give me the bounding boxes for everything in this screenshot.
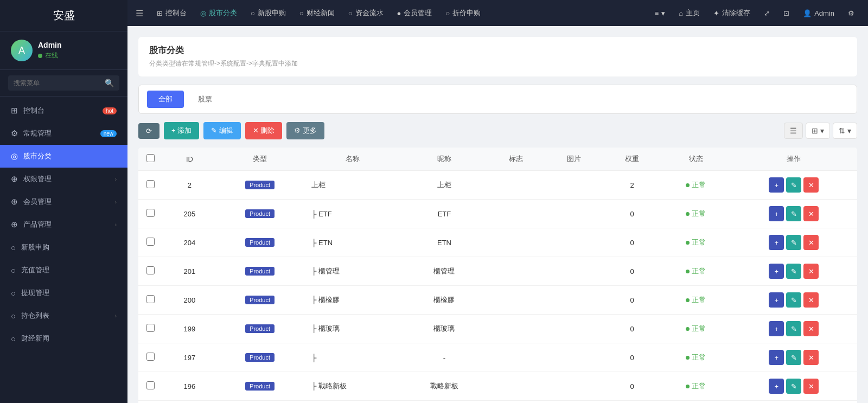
row-edit-button[interactable]: ✎: [786, 235, 801, 250]
sidebar-item-products[interactable]: ⊕ 产品管理 ›: [0, 213, 127, 236]
sidebar-item-withdraw[interactable]: ○ 提现管理: [0, 282, 127, 304]
sidebar-item-dashboard[interactable]: ⊞ 控制台 hot: [0, 99, 127, 122]
select-all-checkbox[interactable]: [146, 154, 155, 162]
search-input[interactable]: [14, 79, 105, 87]
nav-fullscreen-btn[interactable]: ⊡: [778, 6, 795, 21]
nav-admin-btn[interactable]: 👤 Admin: [797, 6, 840, 21]
user-info: Admin 在线: [38, 41, 62, 60]
finance-news-icon: ○: [11, 334, 16, 343]
row-weight: 0: [603, 200, 661, 228]
row-image: [545, 257, 603, 286]
search-box[interactable]: 🔍: [8, 75, 119, 91]
row-status: 正常: [661, 200, 731, 228]
row-checkbox[interactable]: [146, 266, 155, 274]
row-edit-button[interactable]: ✎: [786, 264, 801, 279]
th-id: ID: [163, 148, 216, 171]
sidebar-logo: 安盛: [0, 0, 127, 31]
row-delete-button[interactable]: ✕: [803, 206, 819, 221]
nav-settings-btn[interactable]: ⚙: [843, 6, 860, 21]
grid-view-button[interactable]: ⊞ ▾: [806, 123, 830, 139]
row-add-button[interactable]: +: [769, 206, 784, 221]
row-delete-button[interactable]: ✕: [803, 292, 819, 308]
row-checkbox[interactable]: [146, 238, 155, 246]
refresh-button[interactable]: ⟳: [138, 123, 159, 139]
row-edit-button[interactable]: ✎: [786, 350, 801, 365]
dropdown-icon: ≡: [655, 9, 659, 17]
row-type: Product: [216, 401, 303, 404]
sidebar-item-positions[interactable]: ○ 持仓列表 ›: [0, 304, 127, 327]
sidebar-item-stock-category[interactable]: ◎ 股市分类: [0, 145, 127, 168]
status-label: 正常: [692, 381, 706, 391]
row-delete-button[interactable]: ✕: [803, 235, 819, 250]
delete-button[interactable]: ✕ 删除: [245, 122, 283, 139]
status-label: 正常: [692, 266, 706, 276]
product-badge: Product: [245, 296, 275, 304]
row-flag: [487, 171, 545, 200]
row-flag: [487, 200, 545, 228]
row-delete-button[interactable]: ✕: [803, 350, 819, 365]
row-add-button[interactable]: +: [769, 379, 784, 394]
row-checkbox[interactable]: [146, 324, 155, 332]
status-dot-icon: [686, 212, 690, 216]
row-checkbox[interactable]: [146, 353, 155, 361]
nav-clear-cache-btn[interactable]: ✦ 清除缓存: [708, 5, 756, 21]
nav-item-stock-category[interactable]: ◎ 股市分类: [195, 5, 242, 21]
row-delete-button[interactable]: ✕: [803, 379, 819, 394]
row-checkbox[interactable]: [146, 381, 155, 389]
nav-expand-btn[interactable]: ⤢: [758, 6, 775, 21]
hot-badge: hot: [103, 107, 117, 114]
nav-item-finance-news[interactable]: ○ 财经新闻: [294, 5, 340, 21]
row-add-button[interactable]: +: [769, 177, 784, 193]
list-view-button[interactable]: ☰: [784, 123, 803, 139]
members-icon: ⊕: [11, 197, 18, 207]
th-name: 名称: [303, 148, 401, 171]
add-button[interactable]: + 添加: [164, 122, 199, 139]
row-add-button[interactable]: +: [769, 292, 784, 308]
sidebar-item-recharge[interactable]: ○ 充值管理: [0, 259, 127, 282]
nav-home-label: 主页: [686, 8, 700, 18]
tab-all[interactable]: 全部: [147, 91, 184, 108]
nav-item-dashboard[interactable]: ⊞ 控制台: [151, 5, 192, 21]
row-edit-button[interactable]: ✎: [786, 292, 801, 308]
edit-button[interactable]: ✎ 编辑: [203, 122, 241, 139]
row-edit-button[interactable]: ✎: [786, 177, 801, 193]
row-weight: 0: [603, 315, 661, 343]
nav-dropdown-btn[interactable]: ≡ ▾: [649, 6, 671, 21]
row-add-button[interactable]: +: [769, 264, 784, 279]
row-checkbox-cell: [138, 401, 163, 404]
hamburger-icon[interactable]: ☰: [136, 8, 143, 18]
status-label: 正常: [692, 180, 706, 190]
filter-button[interactable]: ⇅ ▾: [833, 123, 857, 139]
nav-item-fund-flow[interactable]: ○ 资金流水: [343, 5, 389, 21]
sidebar-item-members[interactable]: ⊕ 会员管理 ›: [0, 190, 127, 213]
row-checkbox[interactable]: [146, 295, 155, 303]
sidebar-item-new-stocks[interactable]: ○ 新股申购: [0, 236, 127, 259]
sidebar-item-permissions[interactable]: ⊕ 权限管理 ›: [0, 168, 127, 190]
row-checkbox[interactable]: [146, 180, 155, 188]
tab-stocks[interactable]: 股票: [187, 91, 224, 108]
row-add-button[interactable]: +: [769, 350, 784, 365]
row-edit-button[interactable]: ✎: [786, 206, 801, 221]
sidebar-item-finance-news[interactable]: ○ 财经新闻: [0, 327, 127, 350]
navbar-right: ≡ ▾ ⌂ 主页 ✦ 清除缓存 ⤢ ⊡ 👤 Admin ⚙: [649, 5, 860, 21]
row-add-button[interactable]: +: [769, 235, 784, 250]
sidebar-item-regular[interactable]: ⚙ 常规管理 new: [0, 122, 127, 145]
row-delete-button[interactable]: ✕: [803, 177, 819, 193]
nav-item-member-mgmt[interactable]: ● 会员管理: [392, 5, 438, 21]
row-weight: 0: [603, 228, 661, 257]
status-dot-icon: [686, 298, 690, 302]
nav-home-btn[interactable]: ⌂ 主页: [673, 5, 705, 21]
nav-item-label: 股市分类: [209, 8, 237, 18]
row-delete-button[interactable]: ✕: [803, 264, 819, 279]
dropdown-arrow-icon: ▾: [661, 9, 665, 17]
row-alias: ETF: [402, 200, 487, 228]
row-delete-button[interactable]: ✕: [803, 321, 819, 336]
row-type: Product: [216, 257, 303, 286]
row-edit-button[interactable]: ✎: [786, 321, 801, 336]
row-checkbox[interactable]: [146, 209, 155, 217]
nav-item-discount[interactable]: ○ 折价申购: [440, 5, 486, 21]
more-button[interactable]: ⚙ 更多: [286, 122, 324, 139]
row-edit-button[interactable]: ✎: [786, 379, 801, 394]
nav-item-new-stocks[interactable]: ○ 新股申购: [245, 5, 291, 21]
row-add-button[interactable]: +: [769, 321, 784, 336]
